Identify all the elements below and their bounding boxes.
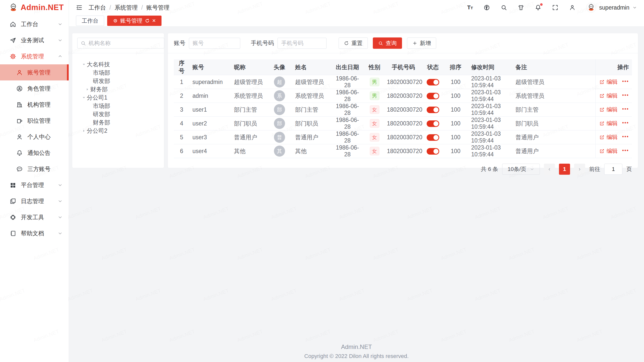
search-icon <box>378 41 383 46</box>
sidebar-item-help-docs[interactable]: 帮助文档 <box>0 225 69 241</box>
tree-node[interactable]: 分公司1 <box>77 94 159 102</box>
gender-tag: 男 <box>370 92 379 100</box>
reset-button-label: 重置 <box>351 39 363 47</box>
edit-button[interactable]: 编辑 <box>599 147 618 155</box>
tree-node[interactable]: 研发部 <box>77 110 159 118</box>
position-icon <box>16 117 23 124</box>
tree-node[interactable]: 市场部 <box>77 102 159 110</box>
caret-right-icon[interactable] <box>81 128 87 134</box>
tree-node[interactable]: 财务部 <box>77 85 159 94</box>
phone-filter-label: 手机号码 <box>251 39 274 47</box>
tree-node[interactable]: 分公司2 <box>77 127 159 135</box>
row-more-button[interactable]: ••• <box>622 134 629 141</box>
current-page[interactable]: 1 <box>559 164 570 175</box>
col-actions: 操作 <box>595 59 632 75</box>
language-icon[interactable] <box>484 4 490 11</box>
tree-node[interactable]: 大名科技 <box>77 60 159 69</box>
org-search-input[interactable] <box>89 40 161 47</box>
caret-down-icon[interactable] <box>81 95 87 101</box>
search-icon <box>80 40 86 46</box>
status-toggle[interactable] <box>427 79 439 85</box>
breadcrumb-item[interactable]: 账号管理 <box>146 4 170 12</box>
cell-status <box>423 117 443 130</box>
add-button[interactable]: 新增 <box>407 37 436 49</box>
row-more-button[interactable]: ••• <box>622 148 629 154</box>
sidebar-item-role-management[interactable]: 角色管理 <box>0 80 69 97</box>
sidebar-item-personal-center[interactable]: 个人中心 <box>0 129 69 145</box>
reset-button[interactable]: 重置 <box>339 37 368 49</box>
row-more-button[interactable]: ••• <box>622 120 629 127</box>
tab-account-management[interactable]: 账号管理 × <box>107 16 162 26</box>
phone-filter-input[interactable] <box>277 38 327 49</box>
caret-down-icon[interactable] <box>81 62 87 68</box>
prev-page-button[interactable]: ‹ <box>544 164 555 175</box>
edit-icon <box>599 149 605 154</box>
row-more-button[interactable]: ••• <box>622 79 629 85</box>
search-icon[interactable] <box>501 4 507 11</box>
tree-node[interactable]: 财务部 <box>77 118 159 127</box>
status-toggle[interactable] <box>427 107 439 113</box>
notification-bell[interactable] <box>535 4 541 11</box>
user-menu[interactable]: superadmin <box>586 3 637 13</box>
sidebar-item-dev-tools[interactable]: 开发工具 <box>0 209 69 225</box>
header-actions: TT superadmin <box>467 3 637 13</box>
sidebar-item-position-management[interactable]: 职位管理 <box>0 113 69 129</box>
breadcrumb-item[interactable]: 系统管理 <box>114 4 138 12</box>
cell-gender: 女 <box>365 117 384 130</box>
status-toggle[interactable] <box>427 93 439 99</box>
sidebar-item-log-management[interactable]: 日志管理 <box>0 193 69 209</box>
tree-node[interactable]: 市场部 <box>77 69 159 77</box>
sidebar-item-org-management[interactable]: 机构管理 <box>0 97 69 113</box>
row-more-button[interactable]: ••• <box>622 93 629 99</box>
breadcrumb-item[interactable]: 工作台 <box>89 4 106 12</box>
robot-avatar-icon <box>587 3 595 12</box>
footer-title: Admin.NET <box>69 343 644 350</box>
refresh-icon[interactable] <box>145 18 150 23</box>
org-tree: 大名科技 市场部 研发部 财务部 分公司1 市场部 <box>72 53 164 142</box>
sidebar-item-business-test[interactable]: 业务测试 <box>0 32 69 48</box>
tab-workbench[interactable]: 工作台 <box>76 16 104 26</box>
next-page-button[interactable]: › <box>574 164 585 175</box>
cell-modified: 2023-01-03 10:59:44 <box>468 144 512 158</box>
person-icon[interactable] <box>569 4 576 11</box>
collapse-menu-icon[interactable] <box>76 4 83 11</box>
sidebar-item-third-party-account[interactable]: 三方账号 <box>0 161 69 177</box>
account-filter-input[interactable] <box>189 38 240 49</box>
avatar <box>586 3 596 13</box>
cell-phone: 18020030720 <box>384 130 423 144</box>
edit-button[interactable]: 编辑 <box>599 78 618 86</box>
row-more-button[interactable]: ••• <box>622 106 629 113</box>
sidebar-item-account-management[interactable]: 账号管理 <box>0 64 69 80</box>
fullscreen-icon[interactable] <box>552 4 558 11</box>
org-search-box[interactable] <box>77 38 164 49</box>
sidebar-item-workbench[interactable]: 工作台 <box>0 16 69 32</box>
theme-icon[interactable] <box>518 4 524 11</box>
close-icon[interactable]: × <box>152 18 156 24</box>
edit-button[interactable]: 编辑 <box>599 92 618 100</box>
cell-account: user4 <box>189 144 231 158</box>
edit-button[interactable]: 编辑 <box>599 106 618 113</box>
logo[interactable]: Admin.NET <box>0 0 69 15</box>
tab-label: 工作台 <box>82 17 98 25</box>
cell-account: user2 <box>189 117 231 130</box>
cell-birthday: 1986-06-28 <box>330 75 365 89</box>
sidebar-item-notice[interactable]: 通知公告 <box>0 145 69 161</box>
font-size-icon[interactable]: TT <box>467 5 473 10</box>
cell-actions: 编辑 ••• <box>595 144 632 158</box>
search-button[interactable]: 查询 <box>373 37 402 49</box>
cell-account: user3 <box>189 130 231 144</box>
cell-name: 普通用户 <box>292 130 330 144</box>
status-toggle[interactable] <box>427 148 439 155</box>
page-size-select[interactable]: 10条/页 <box>502 164 540 175</box>
goto-page-input[interactable] <box>604 164 622 175</box>
status-toggle[interactable] <box>427 134 439 141</box>
cell-gender: 女 <box>365 130 384 144</box>
breadcrumb-separator: / <box>109 4 111 11</box>
sidebar-item-system-management[interactable]: 系统管理 <box>0 48 69 64</box>
edit-button[interactable]: 编辑 <box>599 133 618 141</box>
sidebar-item-platform-management[interactable]: 平台管理 <box>0 177 69 193</box>
edit-button[interactable]: 编辑 <box>599 120 618 127</box>
caret-right-icon[interactable] <box>84 86 90 93</box>
status-toggle[interactable] <box>427 120 439 127</box>
tree-node[interactable]: 研发部 <box>77 77 159 85</box>
